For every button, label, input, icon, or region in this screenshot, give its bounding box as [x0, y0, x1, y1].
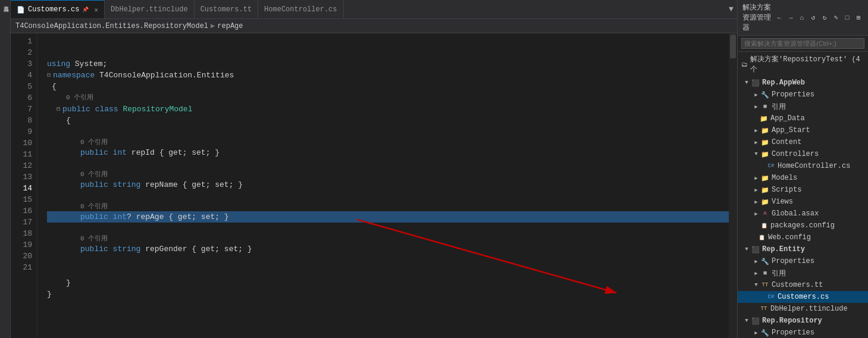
label-global-asax: Global.asax	[772, 209, 819, 218]
expand-controllers[interactable]: ▼	[752, 151, 760, 157]
expand-global-asax[interactable]: ▶	[752, 211, 760, 217]
expand-rep-entity-ref[interactable]: ▶	[752, 270, 760, 277]
token-int-14: int	[113, 211, 127, 223]
tree-item-models[interactable]: ▶ 📁 Models	[738, 172, 868, 184]
label-models: Models	[772, 174, 797, 182]
expand-rep-repository[interactable]: ▼	[742, 318, 751, 324]
label-web-config: Web.config	[768, 233, 811, 242]
code-line-4: ⊟namespace T4ConsoleApplication.Entities	[47, 70, 729, 81]
icon-web-config: 📋	[757, 233, 766, 242]
code-line-12: public string repName { get; set; }	[47, 179, 729, 190]
label-homecontroller: HomeController.cs	[778, 162, 850, 170]
tree-item-rep-entity[interactable]: ▼ ⬛ Rep.Entity	[738, 243, 868, 255]
tab-homecontroller-cs[interactable]: HomeController.cs	[258, 0, 343, 18]
se-btn-properties[interactable]: ⊞	[854, 13, 863, 23]
tree-item-rep-repository[interactable]: ▼ ⬛ Rep.Repository	[738, 315, 868, 327]
expand-content[interactable]: ▶	[752, 139, 760, 146]
token-int-10: int	[113, 147, 131, 158]
tree-item-rep-entity-properties[interactable]: ▶ 🔧 Properties	[738, 255, 868, 267]
tab-customers-cs[interactable]: 📄 Customers.cs 📌 ✕	[11, 0, 105, 18]
tree-item-rep-appweb[interactable]: ▼ ⬛ Rep.AppWeb	[738, 77, 868, 89]
tree-item-views[interactable]: ▶ 📁 Views	[738, 196, 868, 208]
se-btn-sync[interactable]: ↺	[809, 13, 818, 23]
expand-models[interactable]: ▶	[752, 175, 760, 181]
ref-hint-repage: 0 个引用	[80, 201, 108, 212]
code-text-area[interactable]: using System; ⊟namespace T4ConsoleApplic…	[37, 33, 729, 338]
tab-dbhelper-ttinclude[interactable]: DbHelper.ttinclude	[105, 0, 195, 18]
tree-item-app-data[interactable]: 📁 App_Data	[738, 112, 868, 124]
label-properties: Properties	[772, 90, 814, 99]
token-brace-open-ns: {	[52, 81, 57, 92]
icon-models: 📁	[760, 173, 770, 183]
tree-item-customers-cs[interactable]: C# Customers.cs	[738, 291, 868, 303]
line-num-13: 13	[11, 171, 32, 183]
search-input[interactable]	[741, 38, 864, 49]
expand-rep-appweb[interactable]: ▼	[742, 80, 751, 86]
se-btn-refresh[interactable]: ↻	[820, 13, 829, 23]
tree-item-web-config[interactable]: 📋 Web.config	[738, 231, 868, 243]
icon-customers-tt: TT	[760, 280, 770, 290]
expand-properties[interactable]: ▶	[752, 92, 760, 98]
tree-item-controllers[interactable]: ▼ 📁 Controllers	[738, 148, 868, 160]
label-dbhelper-ttinclude: DbHelper.ttinclude	[770, 305, 848, 313]
se-btn-collapse[interactable]: □	[842, 13, 852, 23]
solution-icon: 🗂	[741, 61, 748, 68]
token-using: using	[47, 58, 75, 70]
expand-icon-7[interactable]: ⊟	[57, 104, 60, 115]
label-rep-entity-ref: 引用	[772, 268, 786, 278]
tree-item-properties[interactable]: ▶ 🔧 Properties	[738, 89, 868, 101]
expand-customers-tt[interactable]: ▼	[752, 282, 760, 288]
label-packages-config: packages.config	[770, 221, 835, 230]
icon-properties: 🔧	[760, 90, 770, 99]
tree-item-dbhelper-ttinclude[interactable]: TT DbHelper.ttinclude	[738, 303, 868, 315]
tree-item-homecontroller[interactable]: C# HomeController.cs	[738, 160, 868, 172]
scroll-thumb[interactable]	[730, 35, 736, 58]
expand-app-start[interactable]: ▶	[752, 127, 760, 134]
expand-rep-repository-properties[interactable]: ▶	[752, 330, 760, 336]
tree-item-content[interactable]: ▶ 📁 Content	[738, 136, 868, 148]
expand-views[interactable]: ▶	[752, 199, 760, 205]
token-ns-name: T4ConsoleApplication.Entities	[99, 70, 234, 81]
ref-hint-repgender: 0 个引用	[80, 233, 108, 245]
code-line-17	[47, 255, 729, 266]
tab-customers-tt[interactable]: Customers.tt	[195, 0, 258, 18]
tab-close-customers-cs[interactable]: ✕	[94, 6, 98, 14]
se-btn-forward[interactable]: →	[786, 13, 795, 23]
vertical-scrollbar[interactable]	[729, 33, 737, 338]
label-customers-cs: Customers.cs	[778, 293, 829, 301]
tree-item-customers-tt[interactable]: ▼ TT Customers.tt	[738, 279, 868, 291]
tab-label-customers-cs: Customers.cs	[28, 5, 79, 14]
ref-hint-repid: 0 个引用	[80, 137, 108, 148]
expand-scripts[interactable]: ▶	[752, 187, 760, 193]
code-line-10: public int repId { get; set; }	[47, 147, 729, 158]
solution-explorer-toolbar: ← → ⌂ ↺ ↻ ✎ □ ⊞	[775, 13, 863, 23]
icon-views: 📁	[760, 197, 770, 206]
se-btn-home[interactable]: ⌂	[797, 13, 807, 23]
expand-rep-entity-properties[interactable]: ▶	[752, 258, 760, 265]
se-btn-filter[interactable]: ✎	[831, 13, 841, 23]
tree-item-global-asax[interactable]: ▶ A Global.asax	[738, 208, 868, 220]
se-btn-back[interactable]: ←	[775, 13, 784, 23]
expand-icon-4[interactable]: ⊟	[47, 70, 51, 81]
tab-overflow-button[interactable]: ▼	[725, 0, 737, 18]
icon-rep-repository-properties: 🔧	[760, 328, 770, 337]
tree-item-scripts[interactable]: ▶ 📁 Scripts	[738, 184, 868, 196]
breadcrumb-path[interactable]: T4ConsoleApplication.Entities.Repository…	[15, 22, 208, 30]
tree-item-packages-config[interactable]: 📋 packages.config	[738, 220, 868, 231]
token-class: class	[95, 104, 123, 115]
label-app-data: App_Data	[770, 114, 805, 123]
expand-ref[interactable]: ▶	[752, 104, 760, 110]
tree-item-app-start[interactable]: ▶ 📁 App_Start	[738, 124, 868, 136]
tree-item-rep-entity-ref[interactable]: ▶ ■ 引用	[738, 267, 868, 279]
tab-bar: 📄 Customers.cs 📌 ✕ DbHelper.ttinclude Cu…	[11, 0, 737, 19]
token-brace-close-class: }	[66, 277, 71, 289]
breadcrumb-member[interactable]: repAge	[217, 22, 243, 30]
solution-root-label[interactable]: 🗂 解决方案'RepositoryTest' (4 个	[738, 52, 868, 77]
tree-item-rep-repository-properties[interactable]: ▶ 🔧 Properties	[738, 327, 868, 338]
token-repgender: repGender { get; set; }	[145, 243, 252, 255]
icon-dbhelper-ttinclude: TT	[759, 304, 769, 314]
code-line-7: ⊟ public class RepositoryModel	[47, 104, 729, 115]
expand-rep-entity[interactable]: ▼	[742, 246, 751, 252]
line-num-5: 5	[11, 81, 32, 92]
tree-item-ref[interactable]: ▶ ■ 引用	[738, 101, 868, 112]
